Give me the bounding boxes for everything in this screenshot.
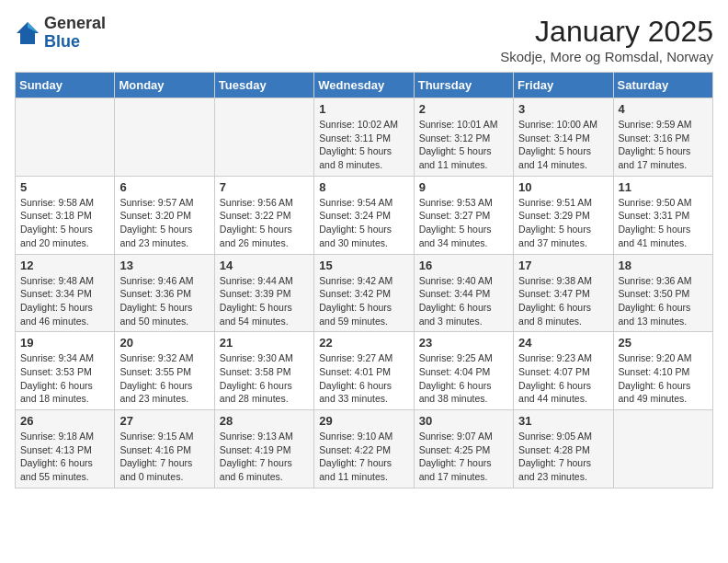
day-number: 13 xyxy=(119,259,209,272)
calendar-cell: 15Sunrise: 9:42 AM Sunset: 3:42 PM Dayli… xyxy=(314,254,414,332)
day-number: 9 xyxy=(419,180,508,194)
calendar-cell: 2Sunrise: 10:01 AM Sunset: 3:12 PM Dayli… xyxy=(414,98,513,177)
calendar-cell xyxy=(16,98,115,177)
page-header: General Blue January 2025 Skodje, More o… xyxy=(15,15,713,64)
day-info: Sunrise: 9:50 AM Sunset: 3:31 PM Dayligh… xyxy=(619,196,708,250)
day-info: Sunrise: 9:59 AM Sunset: 3:16 PM Dayligh… xyxy=(619,118,708,172)
day-number: 18 xyxy=(619,259,708,272)
day-info: Sunrise: 9:20 AM Sunset: 4:10 PM Dayligh… xyxy=(619,351,708,406)
calendar-cell: 20Sunrise: 9:32 AM Sunset: 3:55 PM Dayli… xyxy=(115,332,214,410)
weekday-header: Sunday xyxy=(16,73,115,98)
day-info: Sunrise: 9:15 AM Sunset: 4:16 PM Dayligh… xyxy=(119,430,209,484)
calendar-cell: 14Sunrise: 9:44 AM Sunset: 3:39 PM Dayli… xyxy=(214,254,313,332)
calendar-cell: 27Sunrise: 9:15 AM Sunset: 4:16 PM Dayli… xyxy=(115,410,214,488)
day-info: Sunrise: 9:10 AM Sunset: 4:22 PM Dayligh… xyxy=(319,430,408,484)
day-info: Sunrise: 9:42 AM Sunset: 3:42 PM Dayligh… xyxy=(319,274,408,328)
day-info: Sunrise: 9:25 AM Sunset: 4:04 PM Dayligh… xyxy=(419,351,508,406)
day-info: Sunrise: 9:27 AM Sunset: 4:01 PM Dayligh… xyxy=(319,351,408,406)
calendar-cell: 4Sunrise: 9:59 AM Sunset: 3:16 PM Daylig… xyxy=(613,98,712,177)
calendar-cell: 29Sunrise: 9:10 AM Sunset: 4:22 PM Dayli… xyxy=(314,410,414,488)
day-number: 8 xyxy=(319,180,408,194)
day-number: 27 xyxy=(119,414,209,428)
day-number: 26 xyxy=(20,414,109,428)
calendar-cell: 18Sunrise: 9:36 AM Sunset: 3:50 PM Dayli… xyxy=(613,254,712,332)
location-subtitle: Skodje, More og Romsdal, Norway xyxy=(500,49,713,64)
day-number: 1 xyxy=(319,102,408,116)
calendar-cell: 12Sunrise: 9:48 AM Sunset: 3:34 PM Dayli… xyxy=(16,254,115,332)
logo-icon xyxy=(15,20,40,46)
day-number: 7 xyxy=(220,180,309,194)
day-number: 5 xyxy=(20,180,109,194)
logo-text: General Blue xyxy=(44,15,106,52)
calendar-cell: 26Sunrise: 9:18 AM Sunset: 4:13 PM Dayli… xyxy=(16,410,115,488)
day-number: 12 xyxy=(20,259,109,272)
weekday-header: Saturday xyxy=(613,73,712,98)
day-number: 17 xyxy=(518,259,608,272)
day-number: 21 xyxy=(220,336,309,350)
weekday-header: Wednesday xyxy=(314,73,414,98)
calendar-cell xyxy=(115,98,214,177)
calendar-cell: 30Sunrise: 9:07 AM Sunset: 4:25 PM Dayli… xyxy=(414,410,513,488)
day-number: 30 xyxy=(419,414,508,428)
day-info: Sunrise: 9:40 AM Sunset: 3:44 PM Dayligh… xyxy=(419,274,508,328)
calendar-table: SundayMondayTuesdayWednesdayThursdayFrid… xyxy=(15,72,713,488)
calendar-cell: 21Sunrise: 9:30 AM Sunset: 3:58 PM Dayli… xyxy=(214,332,313,410)
day-info: Sunrise: 9:05 AM Sunset: 4:28 PM Dayligh… xyxy=(518,430,608,484)
calendar-cell: 23Sunrise: 9:25 AM Sunset: 4:04 PM Dayli… xyxy=(414,332,513,410)
day-number: 20 xyxy=(119,336,209,350)
calendar-week-row: 26Sunrise: 9:18 AM Sunset: 4:13 PM Dayli… xyxy=(16,410,713,488)
day-number: 28 xyxy=(220,414,309,428)
calendar-cell: 25Sunrise: 9:20 AM Sunset: 4:10 PM Dayli… xyxy=(613,332,712,410)
day-info: Sunrise: 9:07 AM Sunset: 4:25 PM Dayligh… xyxy=(419,430,508,484)
calendar-week-row: 1Sunrise: 10:02 AM Sunset: 3:11 PM Dayli… xyxy=(16,98,713,177)
calendar-cell: 1Sunrise: 10:02 AM Sunset: 3:11 PM Dayli… xyxy=(314,98,414,177)
calendar-cell: 10Sunrise: 9:51 AM Sunset: 3:29 PM Dayli… xyxy=(514,176,613,254)
calendar-week-row: 19Sunrise: 9:34 AM Sunset: 3:53 PM Dayli… xyxy=(16,332,713,410)
day-info: Sunrise: 10:01 AM Sunset: 3:12 PM Daylig… xyxy=(419,118,508,172)
calendar-cell: 7Sunrise: 9:56 AM Sunset: 3:22 PM Daylig… xyxy=(214,176,313,254)
calendar-cell: 17Sunrise: 9:38 AM Sunset: 3:47 PM Dayli… xyxy=(514,254,613,332)
day-number: 14 xyxy=(220,259,309,272)
day-number: 23 xyxy=(419,336,508,350)
day-info: Sunrise: 9:51 AM Sunset: 3:29 PM Dayligh… xyxy=(518,196,608,250)
calendar-week-row: 12Sunrise: 9:48 AM Sunset: 3:34 PM Dayli… xyxy=(16,254,713,332)
day-number: 15 xyxy=(319,259,408,272)
day-info: Sunrise: 9:23 AM Sunset: 4:07 PM Dayligh… xyxy=(518,351,608,406)
day-number: 10 xyxy=(518,180,608,194)
calendar-cell: 6Sunrise: 9:57 AM Sunset: 3:20 PM Daylig… xyxy=(115,176,214,254)
day-info: Sunrise: 9:32 AM Sunset: 3:55 PM Dayligh… xyxy=(119,351,209,406)
day-number: 29 xyxy=(319,414,408,428)
calendar-cell: 8Sunrise: 9:54 AM Sunset: 3:24 PM Daylig… xyxy=(314,176,414,254)
day-number: 2 xyxy=(419,102,508,116)
calendar-cell: 5Sunrise: 9:58 AM Sunset: 3:18 PM Daylig… xyxy=(16,176,115,254)
day-info: Sunrise: 9:58 AM Sunset: 3:18 PM Dayligh… xyxy=(20,196,109,250)
day-number: 22 xyxy=(319,336,408,350)
day-number: 6 xyxy=(119,180,209,194)
day-number: 24 xyxy=(518,336,608,350)
day-info: Sunrise: 9:38 AM Sunset: 3:47 PM Dayligh… xyxy=(518,274,608,328)
calendar-cell: 13Sunrise: 9:46 AM Sunset: 3:36 PM Dayli… xyxy=(115,254,214,332)
day-info: Sunrise: 10:00 AM Sunset: 3:14 PM Daylig… xyxy=(518,118,608,172)
calendar-cell: 16Sunrise: 9:40 AM Sunset: 3:44 PM Dayli… xyxy=(414,254,513,332)
calendar-cell: 19Sunrise: 9:34 AM Sunset: 3:53 PM Dayli… xyxy=(16,332,115,410)
calendar-cell: 3Sunrise: 10:00 AM Sunset: 3:14 PM Dayli… xyxy=(514,98,613,177)
day-info: Sunrise: 9:48 AM Sunset: 3:34 PM Dayligh… xyxy=(20,274,109,328)
calendar-cell xyxy=(214,98,313,177)
weekday-header: Monday xyxy=(115,73,214,98)
day-info: Sunrise: 9:44 AM Sunset: 3:39 PM Dayligh… xyxy=(220,274,309,328)
month-title: January 2025 xyxy=(500,15,713,49)
day-info: Sunrise: 9:46 AM Sunset: 3:36 PM Dayligh… xyxy=(119,274,209,328)
calendar-cell: 28Sunrise: 9:13 AM Sunset: 4:19 PM Dayli… xyxy=(214,410,313,488)
day-info: Sunrise: 9:54 AM Sunset: 3:24 PM Dayligh… xyxy=(319,196,408,250)
day-info: Sunrise: 9:36 AM Sunset: 3:50 PM Dayligh… xyxy=(619,274,708,328)
day-info: Sunrise: 9:13 AM Sunset: 4:19 PM Dayligh… xyxy=(220,430,309,484)
day-info: Sunrise: 9:34 AM Sunset: 3:53 PM Dayligh… xyxy=(20,351,109,406)
calendar-cell: 31Sunrise: 9:05 AM Sunset: 4:28 PM Dayli… xyxy=(514,410,613,488)
day-number: 16 xyxy=(419,259,508,272)
weekday-header: Friday xyxy=(514,73,613,98)
day-info: Sunrise: 9:56 AM Sunset: 3:22 PM Dayligh… xyxy=(220,196,309,250)
title-block: January 2025 Skodje, More og Romsdal, No… xyxy=(500,15,713,64)
day-number: 4 xyxy=(619,102,708,116)
day-info: Sunrise: 9:53 AM Sunset: 3:27 PM Dayligh… xyxy=(419,196,508,250)
day-info: Sunrise: 9:30 AM Sunset: 3:58 PM Dayligh… xyxy=(220,351,309,406)
